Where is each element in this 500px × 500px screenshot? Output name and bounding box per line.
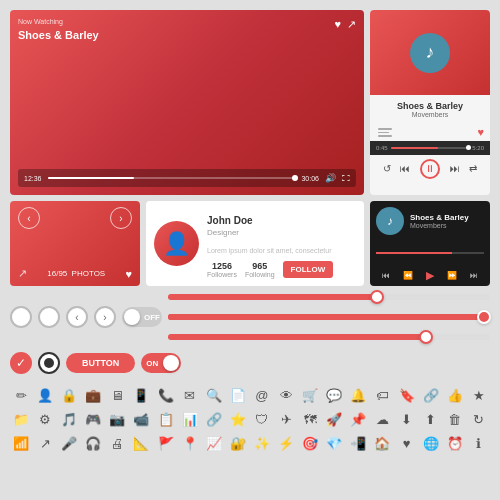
- monitor-icon[interactable]: 🖥: [106, 384, 128, 406]
- briefcase-icon[interactable]: 💼: [82, 384, 104, 406]
- upload-icon[interactable]: ⬆: [420, 408, 442, 430]
- music-icon[interactable]: 🎵: [58, 408, 80, 430]
- rocket-icon[interactable]: 🚀: [323, 408, 345, 430]
- lock-icon[interactable]: 🔒: [58, 384, 80, 406]
- mini-progress-bar[interactable]: [376, 252, 484, 254]
- headphone-icon[interactable]: 🎧: [82, 432, 104, 454]
- slider-3-knob[interactable]: [419, 330, 433, 344]
- chart-icon[interactable]: 📊: [179, 408, 201, 430]
- main-button[interactable]: BUTTON: [66, 353, 135, 373]
- shuffle-icon[interactable]: ⇄: [469, 163, 477, 174]
- prev-icon[interactable]: ⏮: [400, 163, 410, 174]
- star-icon[interactable]: ★: [468, 384, 490, 406]
- mobile-icon[interactable]: 📱: [130, 384, 152, 406]
- volume-icon[interactable]: 🔊: [325, 173, 336, 183]
- check-button[interactable]: ✓: [10, 352, 32, 374]
- video-canvas[interactable]: [18, 43, 356, 169]
- shield-icon[interactable]: 🛡: [251, 408, 273, 430]
- mini-rewind-icon[interactable]: ⏪: [403, 271, 413, 280]
- next-icon[interactable]: ⏭: [450, 163, 460, 174]
- slider-1[interactable]: [168, 294, 490, 300]
- camera-icon[interactable]: 📷: [106, 408, 128, 430]
- music-progress-bar[interactable]: [391, 147, 470, 149]
- follow-button[interactable]: FOLLOW: [283, 261, 334, 278]
- slider-1-knob[interactable]: [370, 290, 384, 304]
- chat-icon[interactable]: 💬: [323, 384, 345, 406]
- pin2-icon[interactable]: 📍: [179, 432, 201, 454]
- mini-prev-icon[interactable]: ⏮: [382, 271, 390, 280]
- edit-icon[interactable]: ✏: [10, 384, 32, 406]
- refresh-icon[interactable]: ↻: [468, 408, 490, 430]
- wifi-icon[interactable]: 📶: [10, 432, 32, 454]
- menu-icon[interactable]: [376, 126, 394, 139]
- pin-icon[interactable]: 📌: [347, 408, 369, 430]
- document-icon[interactable]: 📄: [227, 384, 249, 406]
- user-icon[interactable]: 👤: [34, 384, 56, 406]
- link-icon[interactable]: 🔗: [420, 384, 442, 406]
- thumb-icon[interactable]: 👍: [444, 384, 466, 406]
- heart-icon[interactable]: ♥: [334, 18, 341, 31]
- plane-icon[interactable]: ✈: [275, 408, 297, 430]
- star2-icon[interactable]: ⭐: [227, 408, 249, 430]
- bell-icon[interactable]: 🔔: [347, 384, 369, 406]
- mini-play-icon[interactable]: ▶: [426, 269, 434, 282]
- heart2-icon[interactable]: ♥: [396, 432, 418, 454]
- cart-icon[interactable]: 🛒: [299, 384, 321, 406]
- email-icon[interactable]: ✉: [179, 384, 201, 406]
- mini-next-icon[interactable]: ⏭: [470, 271, 478, 280]
- trash-icon[interactable]: 🗑: [444, 408, 466, 430]
- mobile2-icon[interactable]: 📲: [347, 432, 369, 454]
- lightning-icon[interactable]: ⚡: [275, 432, 297, 454]
- toggle-off[interactable]: OFF: [122, 307, 162, 327]
- cloud-icon[interactable]: ☁: [371, 408, 393, 430]
- folder-icon[interactable]: 📁: [10, 408, 32, 430]
- photos-share-icon[interactable]: ↗: [18, 267, 27, 280]
- photos-heart-icon[interactable]: ♥: [125, 268, 132, 280]
- flag-icon[interactable]: 🚩: [155, 432, 177, 454]
- repeat-icon[interactable]: ↺: [383, 163, 391, 174]
- radio-button-2[interactable]: [38, 306, 60, 328]
- video-icon[interactable]: 📹: [130, 408, 152, 430]
- photos-prev-button[interactable]: ‹: [18, 207, 40, 229]
- diamond-icon[interactable]: 💎: [323, 432, 345, 454]
- slider-3[interactable]: [168, 334, 490, 340]
- ruler-icon[interactable]: 📐: [130, 432, 152, 454]
- video-progress-bar[interactable]: [48, 177, 296, 179]
- radio-filled-button[interactable]: [38, 352, 60, 374]
- target-icon[interactable]: 🎯: [299, 432, 321, 454]
- slider-2-knob[interactable]: [477, 310, 491, 324]
- chart2-icon[interactable]: 📈: [203, 432, 225, 454]
- info-icon[interactable]: ℹ: [468, 432, 490, 454]
- left-arrow-button[interactable]: ‹: [66, 306, 88, 328]
- at-icon[interactable]: @: [251, 384, 273, 406]
- tag-icon[interactable]: 🏷: [371, 384, 393, 406]
- time-icon[interactable]: ⏰: [444, 432, 466, 454]
- map-icon[interactable]: 🗺: [299, 408, 321, 430]
- right-arrow-button[interactable]: ›: [94, 306, 116, 328]
- globe-icon[interactable]: 🌐: [420, 432, 442, 454]
- mic-icon[interactable]: 🎤: [58, 432, 80, 454]
- gear-icon[interactable]: ⚙: [34, 408, 56, 430]
- bookmark-icon[interactable]: 🔖: [396, 384, 418, 406]
- link2-icon[interactable]: 🔗: [203, 408, 225, 430]
- share-icon[interactable]: ↗: [347, 18, 356, 31]
- radio-button-1[interactable]: [10, 306, 32, 328]
- fullscreen-icon[interactable]: ⛶: [342, 174, 350, 183]
- mini-ff-icon[interactable]: ⏩: [447, 271, 457, 280]
- game-icon[interactable]: 🎮: [82, 408, 104, 430]
- toggle-on[interactable]: ON: [141, 353, 181, 373]
- eye-icon[interactable]: 👁: [275, 384, 297, 406]
- play-pause-button[interactable]: ⏸: [420, 159, 440, 179]
- phone-icon[interactable]: 📞: [155, 384, 177, 406]
- lock2-icon[interactable]: 🔐: [227, 432, 249, 454]
- share2-icon[interactable]: ↗: [34, 432, 56, 454]
- sparkle-icon[interactable]: ✨: [251, 432, 273, 454]
- download-icon[interactable]: ⬇: [396, 408, 418, 430]
- music-heart-icon[interactable]: ♥: [477, 126, 484, 138]
- clipboard-icon[interactable]: 📋: [155, 408, 177, 430]
- search-icon[interactable]: 🔍: [203, 384, 225, 406]
- home-icon[interactable]: 🏠: [371, 432, 393, 454]
- printer-icon[interactable]: 🖨: [106, 432, 128, 454]
- slider-2[interactable]: [168, 314, 490, 320]
- photos-next-button[interactable]: ›: [110, 207, 132, 229]
